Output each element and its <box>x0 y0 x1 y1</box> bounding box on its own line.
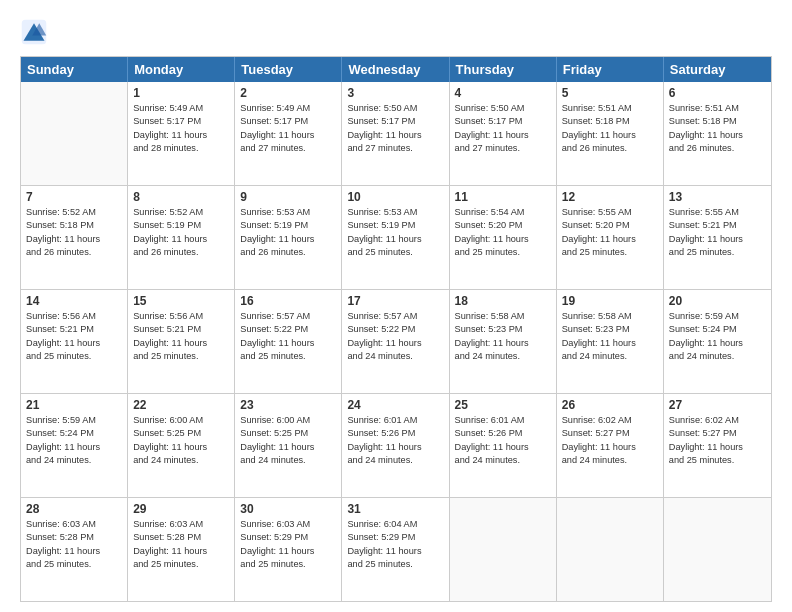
day-cell: 6Sunrise: 5:51 AMSunset: 5:18 PMDaylight… <box>664 82 771 185</box>
day-info: Sunrise: 5:56 AMSunset: 5:21 PMDaylight:… <box>133 310 229 363</box>
day-cell: 25Sunrise: 6:01 AMSunset: 5:26 PMDayligh… <box>450 394 557 497</box>
day-cell: 16Sunrise: 5:57 AMSunset: 5:22 PMDayligh… <box>235 290 342 393</box>
day-number: 15 <box>133 294 229 308</box>
day-info: Sunrise: 5:58 AMSunset: 5:23 PMDaylight:… <box>455 310 551 363</box>
day-number: 12 <box>562 190 658 204</box>
day-cell: 26Sunrise: 6:02 AMSunset: 5:27 PMDayligh… <box>557 394 664 497</box>
day-number: 4 <box>455 86 551 100</box>
day-cell: 31Sunrise: 6:04 AMSunset: 5:29 PMDayligh… <box>342 498 449 601</box>
day-header-sunday: Sunday <box>21 57 128 82</box>
weeks-container: 1Sunrise: 5:49 AMSunset: 5:17 PMDaylight… <box>21 82 771 601</box>
day-info: Sunrise: 6:00 AMSunset: 5:25 PMDaylight:… <box>240 414 336 467</box>
day-number: 14 <box>26 294 122 308</box>
day-info: Sunrise: 5:57 AMSunset: 5:22 PMDaylight:… <box>347 310 443 363</box>
day-cell <box>664 498 771 601</box>
day-cell: 19Sunrise: 5:58 AMSunset: 5:23 PMDayligh… <box>557 290 664 393</box>
day-header-thursday: Thursday <box>450 57 557 82</box>
day-number: 11 <box>455 190 551 204</box>
day-info: Sunrise: 5:49 AMSunset: 5:17 PMDaylight:… <box>240 102 336 155</box>
day-cell: 8Sunrise: 5:52 AMSunset: 5:19 PMDaylight… <box>128 186 235 289</box>
day-info: Sunrise: 6:02 AMSunset: 5:27 PMDaylight:… <box>562 414 658 467</box>
day-info: Sunrise: 5:58 AMSunset: 5:23 PMDaylight:… <box>562 310 658 363</box>
day-header-monday: Monday <box>128 57 235 82</box>
day-cell: 29Sunrise: 6:03 AMSunset: 5:28 PMDayligh… <box>128 498 235 601</box>
day-header-friday: Friday <box>557 57 664 82</box>
day-number: 10 <box>347 190 443 204</box>
day-headers: SundayMondayTuesdayWednesdayThursdayFrid… <box>21 57 771 82</box>
day-info: Sunrise: 6:00 AMSunset: 5:25 PMDaylight:… <box>133 414 229 467</box>
day-header-tuesday: Tuesday <box>235 57 342 82</box>
day-info: Sunrise: 6:01 AMSunset: 5:26 PMDaylight:… <box>455 414 551 467</box>
calendar: SundayMondayTuesdayWednesdayThursdayFrid… <box>20 56 772 602</box>
day-cell: 15Sunrise: 5:56 AMSunset: 5:21 PMDayligh… <box>128 290 235 393</box>
day-cell: 3Sunrise: 5:50 AMSunset: 5:17 PMDaylight… <box>342 82 449 185</box>
day-cell: 9Sunrise: 5:53 AMSunset: 5:19 PMDaylight… <box>235 186 342 289</box>
day-number: 9 <box>240 190 336 204</box>
day-cell: 28Sunrise: 6:03 AMSunset: 5:28 PMDayligh… <box>21 498 128 601</box>
day-cell <box>450 498 557 601</box>
week-row-2: 7Sunrise: 5:52 AMSunset: 5:18 PMDaylight… <box>21 185 771 289</box>
day-number: 30 <box>240 502 336 516</box>
day-info: Sunrise: 5:51 AMSunset: 5:18 PMDaylight:… <box>562 102 658 155</box>
day-cell: 22Sunrise: 6:00 AMSunset: 5:25 PMDayligh… <box>128 394 235 497</box>
day-info: Sunrise: 6:03 AMSunset: 5:28 PMDaylight:… <box>26 518 122 571</box>
day-info: Sunrise: 5:52 AMSunset: 5:18 PMDaylight:… <box>26 206 122 259</box>
day-header-wednesday: Wednesday <box>342 57 449 82</box>
day-header-saturday: Saturday <box>664 57 771 82</box>
day-info: Sunrise: 5:59 AMSunset: 5:24 PMDaylight:… <box>26 414 122 467</box>
day-number: 21 <box>26 398 122 412</box>
day-number: 25 <box>455 398 551 412</box>
week-row-4: 21Sunrise: 5:59 AMSunset: 5:24 PMDayligh… <box>21 393 771 497</box>
day-number: 24 <box>347 398 443 412</box>
day-cell: 30Sunrise: 6:03 AMSunset: 5:29 PMDayligh… <box>235 498 342 601</box>
logo-icon <box>20 18 48 46</box>
day-info: Sunrise: 5:53 AMSunset: 5:19 PMDaylight:… <box>240 206 336 259</box>
day-cell: 13Sunrise: 5:55 AMSunset: 5:21 PMDayligh… <box>664 186 771 289</box>
day-number: 23 <box>240 398 336 412</box>
week-row-1: 1Sunrise: 5:49 AMSunset: 5:17 PMDaylight… <box>21 82 771 185</box>
day-info: Sunrise: 5:59 AMSunset: 5:24 PMDaylight:… <box>669 310 766 363</box>
day-number: 16 <box>240 294 336 308</box>
day-number: 31 <box>347 502 443 516</box>
day-cell: 5Sunrise: 5:51 AMSunset: 5:18 PMDaylight… <box>557 82 664 185</box>
day-info: Sunrise: 6:01 AMSunset: 5:26 PMDaylight:… <box>347 414 443 467</box>
day-info: Sunrise: 5:53 AMSunset: 5:19 PMDaylight:… <box>347 206 443 259</box>
header <box>20 18 772 46</box>
day-cell: 27Sunrise: 6:02 AMSunset: 5:27 PMDayligh… <box>664 394 771 497</box>
day-info: Sunrise: 5:55 AMSunset: 5:20 PMDaylight:… <box>562 206 658 259</box>
day-cell: 1Sunrise: 5:49 AMSunset: 5:17 PMDaylight… <box>128 82 235 185</box>
day-number: 6 <box>669 86 766 100</box>
day-info: Sunrise: 5:56 AMSunset: 5:21 PMDaylight:… <box>26 310 122 363</box>
day-number: 17 <box>347 294 443 308</box>
page: SundayMondayTuesdayWednesdayThursdayFrid… <box>0 0 792 612</box>
day-info: Sunrise: 5:52 AMSunset: 5:19 PMDaylight:… <box>133 206 229 259</box>
day-info: Sunrise: 5:50 AMSunset: 5:17 PMDaylight:… <box>455 102 551 155</box>
day-info: Sunrise: 5:57 AMSunset: 5:22 PMDaylight:… <box>240 310 336 363</box>
day-number: 18 <box>455 294 551 308</box>
day-info: Sunrise: 6:04 AMSunset: 5:29 PMDaylight:… <box>347 518 443 571</box>
day-info: Sunrise: 5:54 AMSunset: 5:20 PMDaylight:… <box>455 206 551 259</box>
day-cell: 23Sunrise: 6:00 AMSunset: 5:25 PMDayligh… <box>235 394 342 497</box>
day-number: 26 <box>562 398 658 412</box>
day-info: Sunrise: 5:49 AMSunset: 5:17 PMDaylight:… <box>133 102 229 155</box>
day-number: 8 <box>133 190 229 204</box>
day-number: 29 <box>133 502 229 516</box>
day-info: Sunrise: 6:03 AMSunset: 5:29 PMDaylight:… <box>240 518 336 571</box>
day-number: 28 <box>26 502 122 516</box>
day-info: Sunrise: 6:03 AMSunset: 5:28 PMDaylight:… <box>133 518 229 571</box>
day-cell: 18Sunrise: 5:58 AMSunset: 5:23 PMDayligh… <box>450 290 557 393</box>
day-number: 27 <box>669 398 766 412</box>
day-number: 13 <box>669 190 766 204</box>
day-number: 7 <box>26 190 122 204</box>
day-cell <box>557 498 664 601</box>
day-cell: 4Sunrise: 5:50 AMSunset: 5:17 PMDaylight… <box>450 82 557 185</box>
day-info: Sunrise: 6:02 AMSunset: 5:27 PMDaylight:… <box>669 414 766 467</box>
day-cell: 20Sunrise: 5:59 AMSunset: 5:24 PMDayligh… <box>664 290 771 393</box>
day-cell: 2Sunrise: 5:49 AMSunset: 5:17 PMDaylight… <box>235 82 342 185</box>
day-number: 22 <box>133 398 229 412</box>
week-row-5: 28Sunrise: 6:03 AMSunset: 5:28 PMDayligh… <box>21 497 771 601</box>
day-cell: 10Sunrise: 5:53 AMSunset: 5:19 PMDayligh… <box>342 186 449 289</box>
day-cell: 24Sunrise: 6:01 AMSunset: 5:26 PMDayligh… <box>342 394 449 497</box>
day-info: Sunrise: 5:51 AMSunset: 5:18 PMDaylight:… <box>669 102 766 155</box>
day-number: 2 <box>240 86 336 100</box>
